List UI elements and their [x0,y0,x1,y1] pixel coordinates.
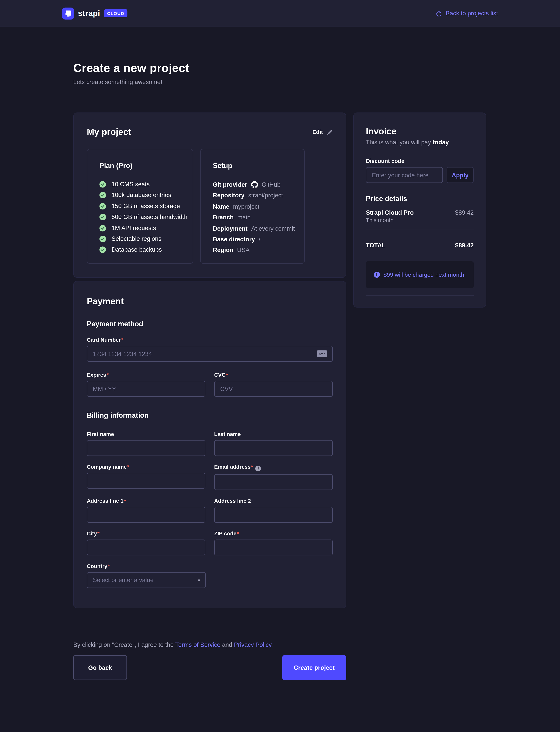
setup-row-deployment: Deployment At every commit [213,225,300,232]
setup-row-branch: Branch main [213,214,300,221]
info-icon: i [255,466,261,471]
company-name-input[interactable] [87,473,205,489]
plan-feature: Selectable regions [99,236,189,242]
setup-title: Setup [213,161,300,170]
strapi-cloud-logo: strapi CLOUD [62,7,128,19]
required-asterisk: * [121,337,123,343]
setup-card: Setup Git provider GitHub [200,149,305,264]
my-project-title: My project [87,127,131,137]
pencil-icon [327,129,333,135]
line-item-period: This month [366,217,474,223]
cvc-input[interactable] [214,381,333,397]
address-line-2-label: Address line 2 [214,498,333,504]
cvc-label: CVC* [214,372,333,378]
back-link-label: Back to projects list [446,10,498,17]
zip-code-field: ZIP code* [214,531,333,555]
check-icon [99,214,106,221]
required-asterisk: * [237,531,239,536]
total-label: TOTAL [366,242,386,249]
page-title: Create a new project [73,61,560,75]
go-back-button[interactable]: Go back [73,655,127,680]
email-address-field: Email address*i [214,464,333,490]
check-icon [99,247,106,253]
first-name-field: First name [87,431,205,456]
check-icon [99,192,106,199]
zip-code-label: ZIP code* [214,531,333,537]
required-asterisk: * [124,498,126,503]
payment-title: Payment [87,296,333,307]
last-name-input[interactable] [214,440,333,456]
info-icon: i [374,272,380,278]
required-asterisk: * [127,464,129,470]
address-line-2-input[interactable] [214,507,333,523]
card-number-label: Card Number* [87,337,333,343]
setup-row-git-provider: Git provider GitHub [213,181,300,188]
price-details-title: Price details [366,195,474,203]
terms-of-service-link[interactable]: Terms of Service [175,641,220,648]
setup-row-region: Region USA [213,247,300,254]
check-icon [99,225,106,231]
required-asterisk: * [108,563,110,569]
company-name-label: Company name* [87,464,205,470]
check-icon [99,236,106,242]
page: strapi CLOUD Back to projects list Creat… [0,0,560,732]
line-item-name: Strapi Cloud Pro [366,209,414,216]
country-select[interactable] [87,572,206,588]
city-input[interactable] [87,539,205,555]
city-label: City* [87,531,205,537]
country-field: Country* ▾ [87,563,333,588]
create-project-button[interactable]: Create project [282,655,346,680]
app-header: strapi CLOUD Back to projects list [0,0,560,27]
zip-code-input[interactable] [214,539,333,555]
plan-title: Plan (Pro) [99,161,189,170]
plan-card: Plan (Pro) 10 CMS seats 100k database en… [87,149,193,264]
main-content: Create a new project Lets create somethi… [0,61,560,680]
invoice-card: Invoice This is what you will pay today … [353,112,486,307]
setup-row-base-directory: Base directory / [213,236,300,243]
email-address-input[interactable] [214,474,333,490]
email-address-label: Email address*i [214,464,333,471]
country-label: Country* [87,563,333,569]
check-icon [99,181,106,188]
discount-code-input[interactable] [366,167,443,183]
back-to-projects-link[interactable]: Back to projects list [435,10,498,17]
payment-card: Payment Payment method Card Number* [73,281,346,608]
plan-feature: 10 CMS seats [99,181,189,188]
required-asterisk: * [97,531,100,536]
invoice-title: Invoice [366,126,474,137]
cloud-badge: CLOUD [104,9,128,17]
first-name-input[interactable] [87,440,205,456]
privacy-policy-link[interactable]: Privacy Policy [234,641,271,648]
required-asterisk: * [226,372,228,378]
next-month-charge-note: i $99 will be charged next month. [366,261,474,288]
cvc-field: CVC* [214,372,333,397]
github-icon [251,181,258,188]
setup-row-name: Name myproject [213,203,300,210]
plan-feature: 150 GB of assets storage [99,203,189,209]
plan-feature: 100k database entries [99,192,189,199]
address-line-2-field: Address line 2 [214,498,333,523]
last-name-label: Last name [214,431,333,437]
payment-method-title: Payment method [87,320,333,328]
plan-feature: 1M API requests [99,225,189,231]
edit-button[interactable]: Edit [312,129,333,135]
total-amount: $89.42 [455,242,474,249]
setup-row-repository: Repository strapi/project [213,193,300,199]
check-icon [99,203,106,209]
expires-input[interactable] [87,381,205,397]
invoice-divider [366,230,474,230]
plan-feature: 500 GB of assets bandwidth [99,214,189,221]
apply-discount-button[interactable]: Apply [447,167,474,183]
card-number-input[interactable] [87,346,333,362]
card-number-field: Card Number* [87,337,333,362]
setup-rows: Git provider GitHub Repository strapi/pr… [213,181,300,254]
credit-card-icon [317,350,327,357]
plan-feature: Database backups [99,247,189,253]
address-line-1-input[interactable] [87,507,205,523]
my-project-card: My project Edit Plan (Pro) [73,112,346,278]
invoice-bottom-divider [366,295,474,296]
strapi-logo-icon [62,7,74,19]
edit-button-label: Edit [312,129,323,135]
invoice-subtitle: This is what you will pay today [366,139,474,146]
address-line-1-field: Address line 1* [87,498,205,523]
